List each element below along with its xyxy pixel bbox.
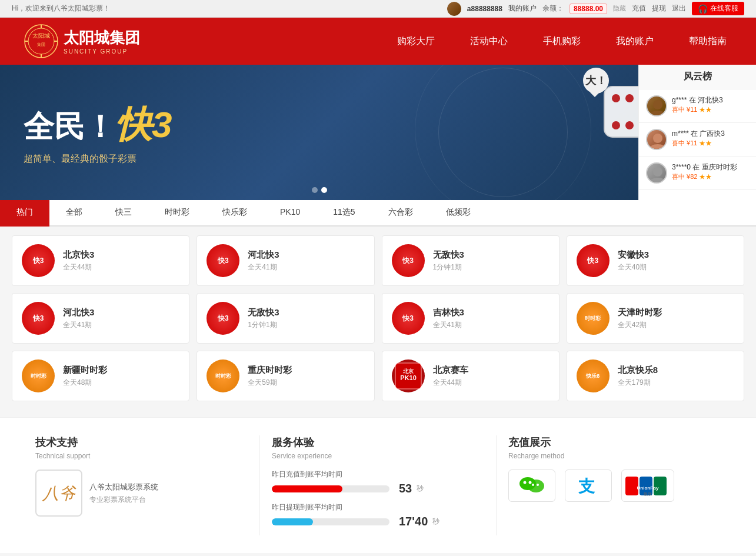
header: 太阳城 集团 太阳城集团 SUNCITY GROUP 购彩大厅 活动中心 手机购…	[0, 18, 756, 65]
service-unit-2: 秒	[432, 517, 439, 527]
banner-title: 全民！快3	[24, 100, 172, 149]
game-detail-1-0: 全天41期	[63, 320, 94, 330]
service-value-2: 17'40	[399, 515, 428, 528]
banner-section: 全民！快3 超简单、最经典的骰子彩票 大！	[0, 65, 756, 200]
indicator-2[interactable]	[321, 187, 327, 193]
svg-text:集团: 集团	[37, 42, 45, 46]
leaderboard-user-3: 3****0 在 重庆时时彩	[672, 162, 749, 172]
svg-point-39	[529, 481, 532, 484]
tech-desc: 八爷太阳城彩票系统 专业彩票系统平台	[89, 482, 158, 505]
svg-text:银联: 银联	[643, 492, 652, 496]
game-icon-0-3: 快3	[577, 244, 610, 277]
game-name-1-2: 吉林快3	[433, 307, 464, 318]
game-card-2-0[interactable]: 时时彩 新疆时时彩 全天48期	[12, 351, 189, 401]
game-info-1-3: 天津时时彩 全天42期	[618, 307, 662, 330]
game-detail-0-0: 全天44期	[63, 262, 94, 272]
game-icon-2-0: 时时彩	[22, 359, 55, 392]
svg-point-40	[532, 484, 534, 486]
category-tab-4[interactable]: 快乐彩	[206, 200, 264, 227]
game-detail-1-3: 全天42期	[618, 320, 662, 330]
category-tab-2[interactable]: 快三	[99, 200, 148, 227]
category-tab-8[interactable]: 低频彩	[429, 200, 487, 227]
footer-tech-section: 技术支持 Technical support 八爷 八爷太阳城彩票系统 专业彩票…	[24, 435, 260, 535]
game-icon-1-3: 时时彩	[577, 302, 610, 335]
svg-point-28	[653, 134, 662, 143]
game-detail-2-3: 全天179期	[618, 378, 658, 388]
leaderboard-win-3: 喜中 ¥82 ★★	[672, 172, 749, 181]
game-info-1-0: 河北快3 全天41期	[63, 307, 94, 330]
banner-main: 全民！快3 超简单、最经典的骰子彩票 大！	[0, 65, 638, 200]
game-row-0: 快3 北京快3 全天44期 快3 河北快3 全天41期 快3 无敌快3 1分钟1…	[12, 235, 744, 286]
game-name-2-0: 新疆时时彩	[63, 365, 107, 376]
category-tab-0[interactable]: 热门	[0, 200, 49, 227]
recharge-link[interactable]: 充值	[632, 4, 646, 14]
hide-balance-button[interactable]: 隐藏	[613, 4, 626, 13]
logout-link[interactable]: 退出	[672, 4, 686, 14]
leaderboard-info-3: 3****0 在 重庆时时彩 喜中 ¥82 ★★	[672, 162, 749, 181]
leaderboard: 风云榜 g**** 在 河北快3 喜中 ¥11 ★★ m**** 在 广西快3	[638, 65, 756, 200]
game-card-2-2[interactable]: 北京PK10 北京赛车 全天44期	[382, 351, 559, 401]
headset-icon: 🎧	[698, 4, 708, 14]
indicator-1[interactable]	[312, 187, 318, 193]
banner-content: 全民！快3 超简单、最经典的骰子彩票 大！	[0, 65, 638, 200]
game-detail-0-3: 全天40期	[618, 262, 649, 272]
game-card-0-0[interactable]: 快3 北京快3 全天44期	[12, 235, 189, 286]
tech-desc-2: 专业彩票系统平台	[89, 495, 158, 505]
game-card-1-2[interactable]: 快3 吉林快3 全天41期	[382, 293, 559, 344]
withdraw-link[interactable]: 提现	[652, 4, 666, 14]
stars-2: ★★	[699, 139, 712, 147]
svg-point-41	[537, 484, 539, 486]
game-card-0-2[interactable]: 快3 无敌快3 1分钟1期	[382, 235, 559, 286]
leaderboard-item-2: m**** 在 广西快3 喜中 ¥11 ★★	[639, 123, 756, 157]
svg-text:支: 支	[578, 477, 595, 495]
game-row-2: 时时彩 新疆时时彩 全天48期 时时彩 重庆时时彩 全天59期 北京PK10 北…	[12, 351, 744, 401]
service-value-1: 53	[399, 482, 412, 495]
game-name-0-3: 安徽快3	[618, 249, 649, 261]
welcome-text: Hi，欢迎来到八爷太阳城彩票！	[12, 4, 110, 14]
nav-item-mobile[interactable]: 手机购彩	[537, 32, 587, 51]
game-card-1-3[interactable]: 时时彩 天津时时彩 全天42期	[567, 293, 744, 344]
leaderboard-win-2: 喜中 ¥11 ★★	[672, 139, 749, 148]
svg-point-26	[653, 100, 662, 109]
account-menu[interactable]: 我的账户	[508, 4, 537, 14]
service-bar-fill-1	[272, 485, 342, 492]
nav-item-activity[interactable]: 活动中心	[464, 32, 514, 51]
svg-point-0	[25, 25, 58, 58]
online-service-button[interactable]: 🎧 在线客服	[692, 2, 744, 15]
game-info-2-3: 北京快乐8 全天179期	[618, 365, 658, 388]
top-bar: Hi，欢迎来到八爷太阳城彩票！ a88888888 我的账户 余额： 88888…	[0, 0, 756, 18]
svg-point-27	[650, 111, 666, 116]
game-row-1: 快3 河北快3 全天41期 快3 无敌快3 1分钟1期 快3 吉林快3 全天41…	[12, 293, 744, 344]
category-tab-7[interactable]: 六合彩	[372, 200, 429, 227]
category-tab-1[interactable]: 全部	[49, 200, 99, 227]
game-card-0-1[interactable]: 快3 河北快3 全天41期	[197, 235, 374, 286]
svg-point-14	[625, 121, 634, 129]
svg-text:太阳城: 太阳城	[32, 32, 50, 39]
game-detail-1-1: 1分钟1期	[248, 320, 279, 330]
game-icon-1-0: 快3	[22, 302, 55, 335]
nav-item-account[interactable]: 我的账户	[610, 32, 660, 51]
payment-icons: 支 UnionPay 银联	[508, 470, 721, 502]
svg-point-30	[653, 167, 662, 177]
banner-title-text1: 全民！	[24, 109, 115, 144]
game-icon-1-2: 快3	[392, 302, 425, 335]
game-name-0-2: 无敌快3	[433, 249, 464, 261]
svg-text:PK10: PK10	[400, 374, 417, 381]
category-tab-5[interactable]: PK10	[264, 200, 317, 227]
game-card-2-1[interactable]: 时时彩 重庆时时彩 全天59期	[197, 351, 374, 401]
tech-icon: 八爷	[35, 470, 82, 517]
nav-item-help[interactable]: 帮助指南	[683, 32, 732, 51]
game-card-0-3[interactable]: 快3 安徽快3 全天40期	[567, 235, 744, 286]
nav-item-lottery-hall[interactable]: 购彩大厅	[391, 32, 441, 51]
dice-1	[603, 85, 638, 138]
alipay-icon: 支	[565, 470, 612, 502]
category-tab-6[interactable]: 11选5	[317, 200, 371, 227]
footer-service-subtitle: Service experience	[272, 452, 484, 460]
category-tab-3[interactable]: 时时彩	[148, 200, 206, 227]
game-card-2-3[interactable]: 快乐8 北京快乐8 全天179期	[567, 351, 744, 401]
game-name-2-3: 北京快乐8	[618, 365, 658, 376]
game-detail-2-2: 全天44期	[433, 378, 468, 388]
game-card-1-1[interactable]: 快3 无敌快3 1分钟1期	[197, 293, 374, 344]
game-info-0-0: 北京快3 全天44期	[63, 249, 94, 272]
game-card-1-0[interactable]: 快3 河北快3 全天41期	[12, 293, 189, 344]
